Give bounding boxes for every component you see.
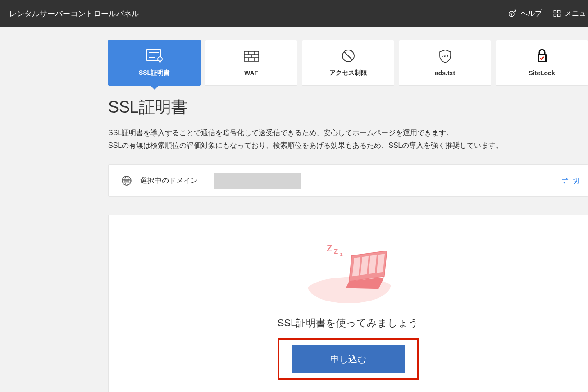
page-description: SSL証明書を導入することで通信を暗号化して送受信できるため、安心してホームペー… [108,127,588,152]
switch-domain-link[interactable]: 切 [561,177,579,185]
app-title: レンタルサーバーコントロールパネル [9,9,139,19]
tab-label: SiteLock [529,69,555,77]
sleeping-server-illustration: Z Z z [299,238,398,307]
svg-rect-5 [558,14,560,17]
svg-text:AD: AD [442,54,448,58]
tab-label: アクセス制限 [329,69,367,77]
svg-rect-4 [554,14,556,17]
firewall-icon [242,49,260,64]
tab-sitelock[interactable]: SiteLock [496,40,588,86]
tab-ads-txt[interactable]: AD ads.txt [399,40,491,86]
domain-value-redacted [214,173,301,189]
menu-grid-icon [553,9,561,18]
svg-point-1 [511,15,512,16]
domain-label: 選択中のドメイン [140,176,198,186]
tab-label: SSL証明書 [139,69,170,77]
tabs: SSL証明書 WAF [108,40,588,86]
swap-icon [561,177,570,185]
tab-label: WAF [244,69,258,77]
page-title: SSL証明書 [108,96,588,119]
switch-domain-label: 切 [573,177,579,185]
page-desc-line2: SSLの有無は検索順位の評価対象にもなっており、検索順位をあげる効果もあるため、… [108,139,588,152]
tab-ssl[interactable]: SSL証明書 [108,40,201,86]
svg-text:WWW: WWW [124,180,130,182]
certificate-icon [145,48,164,64]
menu-label: メニュ [565,9,586,18]
svg-rect-2 [554,10,556,13]
page-desc-line1: SSL証明書を導入することで通信を暗号化して送受信できるため、安心してホームペー… [108,127,588,139]
ban-icon [341,48,356,64]
tab-waf[interactable]: WAF [205,40,297,86]
svg-text:z: z [340,251,343,257]
domain-bar: WWW 選択中のドメイン 切 [108,164,588,197]
help-icon [508,9,517,18]
help-label: ヘルプ [520,9,542,18]
help-link[interactable]: ヘルプ [508,9,542,18]
svg-rect-3 [558,10,560,13]
apply-button[interactable]: 申し込む [292,345,405,373]
tab-label: ads.txt [435,69,455,77]
www-globe-icon: WWW [121,175,132,186]
menu-link[interactable]: メニュ [553,9,586,18]
sitelock-icon [535,49,549,64]
cta-highlight-frame: 申し込む [278,338,419,380]
svg-line-20 [344,52,352,60]
ad-shield-icon: AD [438,49,452,64]
tab-access-restriction[interactable]: アクセス制限 [302,40,394,86]
svg-text:Z: Z [327,243,332,253]
separator [206,172,206,190]
content-panel: Z Z z SSL証明書を使ってみましょう 申し込む [108,215,588,392]
header: レンタルサーバーコントロールパネル ヘルプ [0,0,588,27]
cta-title: SSL証明書を使ってみましょう [278,316,419,330]
svg-text:Z: Z [334,247,338,255]
